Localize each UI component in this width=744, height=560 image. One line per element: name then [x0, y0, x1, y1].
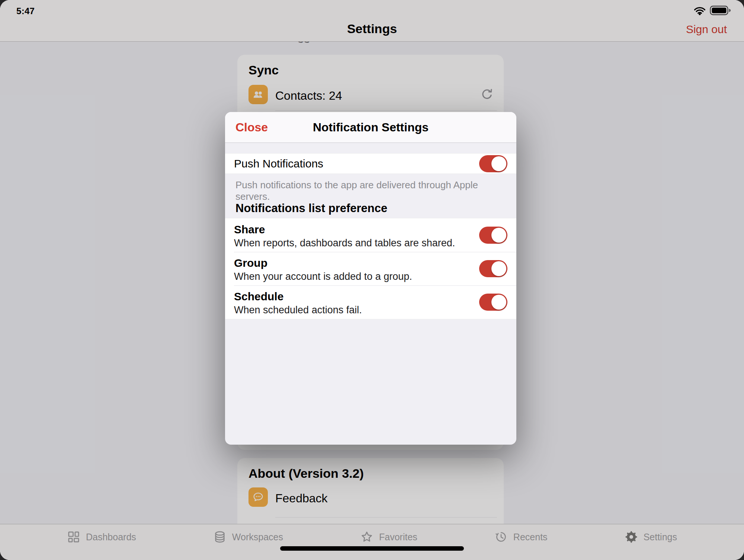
share-toggle[interactable] [479, 227, 507, 244]
preference-rows: Share When reports, dashboards and table… [225, 218, 516, 319]
schedule-row: Schedule When scheduled actions fail. [225, 285, 516, 319]
push-notifications-label: Push Notifications [234, 157, 323, 170]
share-row: Share When reports, dashboards and table… [225, 218, 516, 252]
group-row: Group When your account is added to a gr… [225, 252, 516, 285]
push-notifications-row: Push Notifications [225, 153, 516, 174]
group-subtitle: When your account is added to a group. [234, 271, 472, 283]
group-title: Group [234, 256, 472, 270]
push-footnote: Push notifications to the app are delive… [235, 179, 506, 202]
share-subtitle: When reports, dashboards and tables are … [234, 237, 472, 249]
notifications-list-preference-header: Notifications list preference [235, 202, 387, 215]
modal-header: Close Notification Settings [225, 112, 516, 143]
close-button[interactable]: Close [235, 121, 268, 134]
modal-title: Notification Settings [225, 112, 516, 143]
notification-settings-modal: Close Notification Settings Push Notific… [225, 112, 516, 445]
schedule-subtitle: When scheduled actions fail. [234, 304, 472, 316]
schedule-toggle[interactable] [479, 294, 507, 311]
group-toggle[interactable] [479, 260, 507, 277]
schedule-title: Schedule [234, 289, 472, 304]
app-screen: 33 5:47 Settings Sign [0, 0, 744, 560]
share-title: Share [234, 223, 472, 237]
push-notifications-toggle[interactable] [479, 155, 507, 172]
